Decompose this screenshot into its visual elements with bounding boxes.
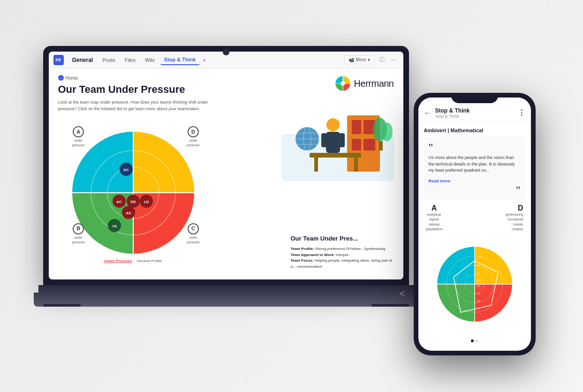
tab-wiki[interactable]: Wiki (141, 55, 159, 65)
svg-rect-41 (379, 141, 383, 151)
page-description: Look at the team map under pressure. How… (58, 99, 218, 112)
quadrant-d-label: D underpressure (187, 126, 199, 148)
svg-point-27 (326, 118, 340, 131)
open-quote: " (429, 142, 521, 153)
phone-notch (451, 93, 498, 103)
phone-quad-d-letter: D (505, 204, 523, 212)
tab-files[interactable]: Files (121, 55, 139, 65)
phone-quad-d: D synthesizingconceptualholisticcreative (505, 204, 523, 232)
phone-chart-svg: 120 90 70 60 50 40 30 (425, 244, 524, 324)
laptop: PE General Posts Files Wiki Stop & Think… (43, 46, 409, 351)
svg-point-40 (381, 122, 393, 141)
phone-screen: ← Stop & Think Stop & Think ⋮ Ambivert |… (418, 98, 531, 351)
svg-text:50: 50 (477, 285, 480, 287)
phone-header-title: Stop & Think Stop & Think (435, 107, 514, 119)
quadrant-b-label: B underpressure (72, 223, 85, 245)
svg-rect-33 (354, 158, 358, 172)
svg-text:YA: YA (112, 224, 117, 228)
laptop-screen: PE General Posts Files Wiki Stop & Think… (43, 46, 409, 285)
svg-rect-32 (314, 158, 318, 172)
phone-quad-a-traits: analyticallogicalrationalquantitative (426, 212, 443, 232)
quadrant-a-label: A underpressure (72, 126, 85, 148)
close-quote: " (429, 184, 521, 196)
svg-text:AC: AC (116, 200, 122, 204)
phone-title-sub: Stop & Think (435, 114, 514, 119)
laptop-camera (223, 49, 229, 55)
svg-text:LD: LD (144, 200, 149, 204)
svg-text:DD: DD (130, 200, 136, 204)
phone-quadrant-labels: A analyticallogicalrationalquantitative … (424, 204, 525, 232)
svg-text:90: 90 (477, 264, 480, 267)
phone: ← Stop & Think Stop & Think ⋮ Ambivert |… (414, 93, 536, 355)
tab-actions: 📹 Meet ▾ ⓘ ⋯ (344, 55, 398, 65)
svg-rect-29 (321, 133, 327, 147)
illustration-svg (281, 106, 394, 181)
svg-text:40: 40 (477, 292, 480, 295)
quote-text: I'm more about the people and the vision… (429, 155, 521, 174)
meet-label: Meet (356, 57, 366, 62)
phone-quote-block: " I'm more about the people and the visi… (424, 137, 525, 200)
home-icon: ⌂ (58, 75, 64, 81)
phone-content: Ambivert | Mathematical " I'm more about… (418, 122, 531, 351)
phone-quad-a-letter: A (426, 204, 443, 212)
dot-1[interactable] (471, 339, 474, 342)
herrmann-icon (334, 75, 351, 92)
approach-value: Interpel... (336, 253, 351, 257)
svg-rect-30 (339, 133, 345, 147)
phone-profile-label: Ambivert | Mathematical (424, 128, 525, 133)
tab-stop-and-think[interactable]: Stop & Think (160, 55, 200, 65)
legend-under-pressure[interactable]: Under Pressure (104, 259, 132, 263)
laptop-display: PE General Posts Files Wiki Stop & Think… (49, 52, 403, 279)
team-teaser: Our Team Under Pres... Team Profile: Str… (291, 234, 394, 270)
svg-text:DC: DC (123, 168, 129, 172)
svg-text:120: 120 (477, 256, 482, 259)
more-options-button[interactable]: ⋯ (389, 55, 399, 65)
workspace-badge: PE (53, 55, 64, 65)
svg-rect-25 (352, 139, 361, 151)
laptop-foot-left (43, 304, 81, 307)
svg-text:70: 70 (477, 271, 480, 274)
brain-map[interactable]: DC AC DD LD AS (58, 118, 208, 268)
quadrant-c-label: C underpressure (187, 223, 199, 245)
svg-text:60: 60 (477, 279, 480, 282)
team-profile-value: Strong preference D/Yellow - Synthesizin… (315, 247, 386, 251)
meet-button[interactable]: 📹 Meet ▾ (344, 55, 374, 64)
phone-quad-a: A analyticallogicalrationalquantitative (426, 204, 443, 232)
map-legend: Under Pressure General Profile (104, 259, 162, 263)
chevron-down-icon: ▾ (368, 57, 370, 62)
info-button[interactable]: ⓘ (377, 55, 386, 65)
phone-chart: 120 90 70 60 50 40 30 (424, 236, 525, 333)
herrmann-text: Herrmann (354, 78, 394, 89)
phone-title-main: Stop & Think (435, 107, 514, 114)
svg-rect-23 (352, 120, 361, 134)
svg-text:AS: AS (126, 211, 131, 215)
team-profile-label: Team Profile: (291, 247, 314, 251)
legend-general-profile[interactable]: General Profile (137, 259, 162, 263)
focus-label: Team Focus: (291, 258, 314, 263)
svg-rect-28 (326, 132, 340, 153)
add-tab-button[interactable]: + (203, 56, 206, 64)
breadcrumb-label: Home (66, 75, 78, 81)
approach-label: Team Approach to Work: (291, 253, 335, 257)
laptop-foot-right (371, 304, 409, 307)
brain-map-chart: DC AC DD LD AS (68, 127, 199, 258)
read-more-link[interactable]: Read more (429, 179, 451, 183)
phone-prev-arrow[interactable]: < (400, 288, 405, 299)
phone-pagination (424, 337, 525, 345)
scene: PE General Posts Files Wiki Stop & Think… (34, 13, 550, 379)
channel-name: General (68, 55, 97, 65)
laptop-base (34, 293, 418, 307)
teaser-title: Our Team Under Pres... (291, 234, 394, 243)
laptop-hinge (38, 285, 414, 293)
phone-back-button[interactable]: ← (424, 109, 432, 117)
illustration (281, 106, 394, 181)
laptop-content: ⌂ Home Our Team Under Pressure Look at t… (49, 68, 403, 279)
dot-2[interactable] (476, 339, 478, 342)
phone-more-button[interactable]: ⋮ (518, 108, 525, 117)
svg-rect-26 (363, 139, 375, 151)
svg-text:30: 30 (477, 300, 480, 302)
herrmann-logo: Herrmann (334, 75, 394, 92)
phone-quad-d-traits: synthesizingconceptualholisticcreative (505, 212, 523, 232)
tab-posts[interactable]: Posts (98, 55, 119, 65)
video-icon: 📹 (348, 57, 354, 62)
